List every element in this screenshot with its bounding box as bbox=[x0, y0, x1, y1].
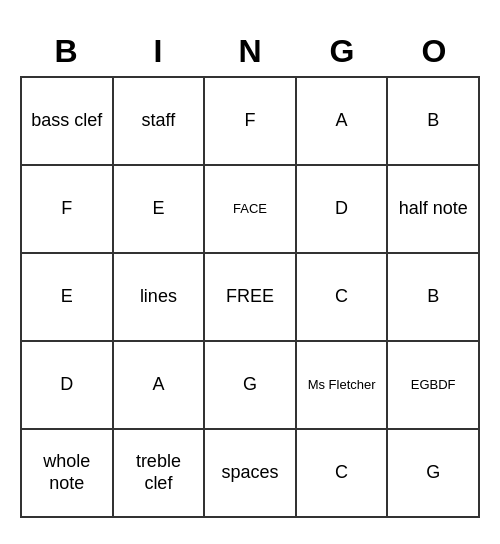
cell-r2-c3: C bbox=[297, 254, 389, 342]
cell-r2-c2: FREE bbox=[205, 254, 297, 342]
cell-r0-c1: staff bbox=[114, 78, 206, 166]
cell-r1-c1: E bbox=[114, 166, 206, 254]
cell-r3-c1: A bbox=[114, 342, 206, 430]
bingo-card: BINGO bass clefstaffFABFEFACEDhalf noteE… bbox=[20, 27, 480, 518]
cell-r4-c1: treble clef bbox=[114, 430, 206, 518]
header-letter-N: N bbox=[204, 27, 296, 76]
cell-r1-c4: half note bbox=[388, 166, 480, 254]
cell-r0-c3: A bbox=[297, 78, 389, 166]
cell-r1-c2: FACE bbox=[205, 166, 297, 254]
header-letter-O: O bbox=[388, 27, 480, 76]
cell-r4-c2: spaces bbox=[205, 430, 297, 518]
header-letter-B: B bbox=[20, 27, 112, 76]
cell-r3-c3: Ms Fletcher bbox=[297, 342, 389, 430]
cell-r3-c4: EGBDF bbox=[388, 342, 480, 430]
cell-r0-c4: B bbox=[388, 78, 480, 166]
cell-r0-c0: bass clef bbox=[22, 78, 114, 166]
cell-r3-c0: D bbox=[22, 342, 114, 430]
cell-r2-c1: lines bbox=[114, 254, 206, 342]
cell-r1-c0: F bbox=[22, 166, 114, 254]
bingo-header: BINGO bbox=[20, 27, 480, 76]
cell-r2-c0: E bbox=[22, 254, 114, 342]
cell-r0-c2: F bbox=[205, 78, 297, 166]
cell-r4-c3: C bbox=[297, 430, 389, 518]
header-letter-I: I bbox=[112, 27, 204, 76]
cell-r4-c4: G bbox=[388, 430, 480, 518]
cell-r3-c2: G bbox=[205, 342, 297, 430]
cell-r2-c4: B bbox=[388, 254, 480, 342]
cell-r4-c0: whole note bbox=[22, 430, 114, 518]
header-letter-G: G bbox=[296, 27, 388, 76]
cell-r1-c3: D bbox=[297, 166, 389, 254]
bingo-grid: bass clefstaffFABFEFACEDhalf noteElinesF… bbox=[20, 76, 480, 518]
